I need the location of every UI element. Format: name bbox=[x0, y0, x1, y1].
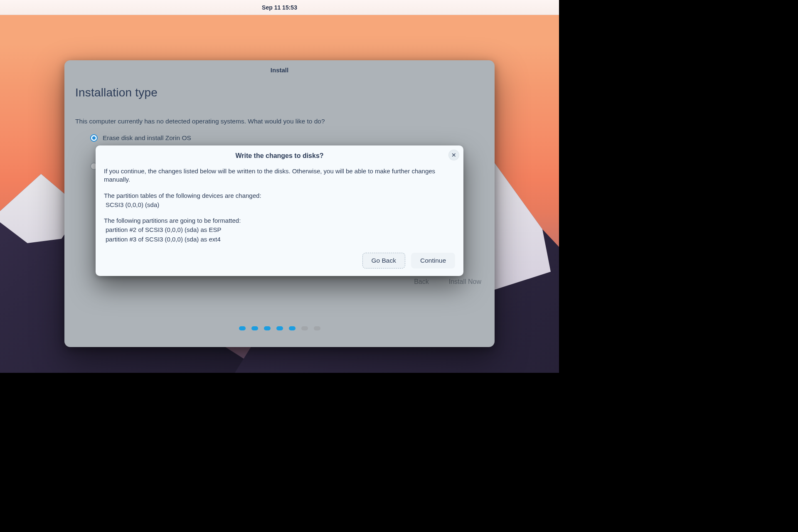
progress-dot bbox=[264, 326, 271, 330]
option-erase-disk[interactable]: Erase disk and install Zorin OS bbox=[75, 134, 484, 142]
page-title: Installation type bbox=[75, 86, 484, 99]
confirm-dialog: ✕ Write the changes to disks? If you con… bbox=[96, 145, 463, 276]
close-button[interactable]: ✕ bbox=[448, 150, 459, 160]
dialog-title: Write the changes to disks? bbox=[104, 152, 455, 160]
option-erase-label: Erase disk and install Zorin OS bbox=[103, 134, 191, 142]
installer-actions: Back Install Now bbox=[414, 278, 481, 286]
dialog-actions: Go Back Continue bbox=[104, 253, 455, 268]
close-icon: ✕ bbox=[451, 152, 456, 158]
format-line: partition #2 of SCSI3 (0,0,0) (sda) as E… bbox=[104, 226, 455, 234]
lead-text: This computer currently has no detected … bbox=[75, 118, 484, 125]
continue-button[interactable]: Continue bbox=[411, 253, 455, 268]
installer-title: Install bbox=[271, 66, 288, 74]
progress-dots bbox=[64, 326, 495, 330]
partition-tables-line: SCSI3 (0,0,0) (sda) bbox=[104, 201, 455, 209]
format-heading: The following partitions are going to be… bbox=[104, 217, 455, 225]
progress-dot bbox=[301, 326, 308, 330]
progress-dot bbox=[276, 326, 283, 330]
progress-dot bbox=[239, 326, 246, 330]
topbar: Sep 11 15:53 bbox=[0, 0, 559, 15]
back-button[interactable]: Back bbox=[414, 278, 429, 286]
progress-dot bbox=[314, 326, 320, 330]
installer-titlebar: Install bbox=[64, 60, 495, 79]
install-now-button[interactable]: Install Now bbox=[449, 278, 481, 286]
dialog-intro: If you continue, the changes listed belo… bbox=[104, 167, 455, 184]
clock: Sep 11 15:53 bbox=[262, 4, 297, 11]
radio-checked-icon[interactable] bbox=[90, 134, 98, 142]
format-line: partition #3 of SCSI3 (0,0,0) (sda) as e… bbox=[104, 235, 455, 244]
progress-dot bbox=[289, 326, 296, 330]
partition-tables-heading: The partition tables of the following de… bbox=[104, 192, 455, 200]
go-back-button[interactable]: Go Back bbox=[362, 253, 405, 268]
progress-dot bbox=[251, 326, 258, 330]
